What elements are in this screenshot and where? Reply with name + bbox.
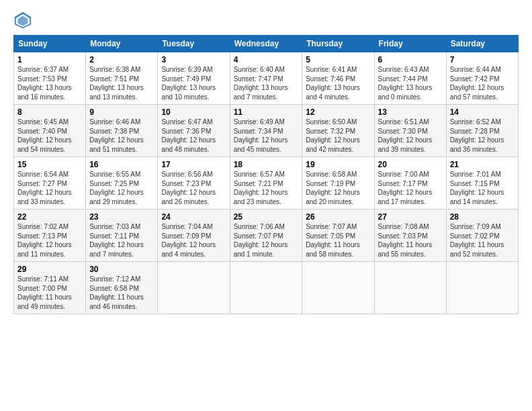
day-info: Sunrise: 6:51 AM Sunset: 7:30 PM Dayligh… [378, 118, 443, 154]
calendar-week-row: 22Sunrise: 7:02 AM Sunset: 7:13 PM Dayli… [14, 210, 519, 262]
calendar-cell: 7Sunrise: 6:44 AM Sunset: 7:42 PM Daylig… [446, 52, 518, 105]
day-info: Sunrise: 6:52 AM Sunset: 7:28 PM Dayligh… [450, 118, 515, 154]
calendar-week-row: 1Sunrise: 6:37 AM Sunset: 7:53 PM Daylig… [14, 52, 519, 105]
calendar-cell [158, 262, 230, 314]
calendar-cell: 12Sunrise: 6:50 AM Sunset: 7:32 PM Dayli… [302, 105, 374, 157]
calendar-cell: 13Sunrise: 6:51 AM Sunset: 7:30 PM Dayli… [374, 105, 446, 157]
day-number: 30 [89, 265, 154, 274]
day-info: Sunrise: 6:58 AM Sunset: 7:19 PM Dayligh… [306, 170, 370, 206]
day-info: Sunrise: 6:38 AM Sunset: 7:51 PM Dayligh… [89, 65, 154, 101]
day-number: 1 [17, 55, 82, 64]
day-number: 29 [17, 265, 82, 274]
day-number: 3 [161, 55, 226, 64]
day-info: Sunrise: 6:40 AM Sunset: 7:47 PM Dayligh… [234, 65, 299, 101]
day-info: Sunrise: 7:04 AM Sunset: 7:09 PM Dayligh… [161, 222, 226, 259]
day-info: Sunrise: 6:41 AM Sunset: 7:46 PM Dayligh… [306, 65, 370, 101]
calendar-cell: 20Sunrise: 7:00 AM Sunset: 7:17 PM Dayli… [374, 157, 446, 210]
day-info: Sunrise: 6:55 AM Sunset: 7:25 PM Dayligh… [89, 170, 154, 206]
day-number: 9 [89, 107, 154, 117]
day-number: 5 [306, 55, 370, 64]
calendar-cell: 19Sunrise: 6:58 AM Sunset: 7:19 PM Dayli… [302, 157, 374, 210]
calendar-header-tuesday: Tuesday [158, 36, 230, 52]
calendar-header-sunday: Sunday [14, 36, 86, 52]
day-info: Sunrise: 6:49 AM Sunset: 7:34 PM Dayligh… [234, 118, 299, 154]
calendar-cell: 24Sunrise: 7:04 AM Sunset: 7:09 PM Dayli… [158, 210, 230, 262]
calendar-cell: 30Sunrise: 7:12 AM Sunset: 6:58 PM Dayli… [86, 262, 158, 314]
calendar-cell: 26Sunrise: 7:07 AM Sunset: 7:05 PM Dayli… [302, 210, 374, 262]
calendar-cell: 23Sunrise: 7:03 AM Sunset: 7:11 PM Dayli… [86, 210, 158, 262]
calendar-cell: 29Sunrise: 7:11 AM Sunset: 7:00 PM Dayli… [14, 262, 86, 314]
day-info: Sunrise: 7:03 AM Sunset: 7:11 PM Dayligh… [89, 222, 154, 259]
calendar-cell: 2Sunrise: 6:38 AM Sunset: 7:51 PM Daylig… [86, 52, 158, 105]
day-info: Sunrise: 6:50 AM Sunset: 7:32 PM Dayligh… [306, 118, 370, 154]
day-info: Sunrise: 6:54 AM Sunset: 7:27 PM Dayligh… [17, 170, 82, 206]
day-number: 24 [161, 212, 226, 222]
calendar-cell: 10Sunrise: 6:47 AM Sunset: 7:36 PM Dayli… [158, 105, 230, 157]
day-number: 14 [450, 107, 515, 117]
logo-icon [13, 11, 32, 30]
day-number: 17 [161, 160, 226, 169]
day-info: Sunrise: 6:47 AM Sunset: 7:36 PM Dayligh… [161, 118, 226, 154]
calendar-cell: 15Sunrise: 6:54 AM Sunset: 7:27 PM Dayli… [14, 157, 86, 210]
day-info: Sunrise: 6:46 AM Sunset: 7:38 PM Dayligh… [89, 118, 154, 154]
day-number: 10 [161, 107, 226, 117]
day-number: 4 [234, 55, 299, 64]
day-info: Sunrise: 6:37 AM Sunset: 7:53 PM Dayligh… [17, 65, 82, 101]
day-info: Sunrise: 6:44 AM Sunset: 7:42 PM Dayligh… [450, 65, 515, 101]
day-info: Sunrise: 6:39 AM Sunset: 7:49 PM Dayligh… [161, 65, 226, 101]
calendar-cell: 6Sunrise: 6:43 AM Sunset: 7:44 PM Daylig… [374, 52, 446, 105]
page: SundayMondayTuesdayWednesdayThursdayFrid… [0, 0, 532, 321]
day-number: 27 [378, 212, 443, 222]
day-number: 2 [89, 55, 154, 64]
calendar-header-saturday: Saturday [446, 36, 518, 52]
day-info: Sunrise: 7:01 AM Sunset: 7:15 PM Dayligh… [450, 170, 515, 206]
calendar-header-monday: Monday [86, 36, 158, 52]
calendar-cell: 25Sunrise: 7:06 AM Sunset: 7:07 PM Dayli… [230, 210, 302, 262]
calendar-week-row: 8Sunrise: 6:45 AM Sunset: 7:40 PM Daylig… [14, 105, 519, 157]
calendar-cell: 8Sunrise: 6:45 AM Sunset: 7:40 PM Daylig… [14, 105, 86, 157]
calendar-cell: 3Sunrise: 6:39 AM Sunset: 7:49 PM Daylig… [158, 52, 230, 105]
calendar-header-row: SundayMondayTuesdayWednesdayThursdayFrid… [14, 36, 519, 52]
calendar-cell [230, 262, 302, 314]
day-number: 23 [89, 212, 154, 222]
calendar-header-friday: Friday [374, 36, 446, 52]
calendar-cell [446, 262, 518, 314]
day-info: Sunrise: 7:02 AM Sunset: 7:13 PM Dayligh… [17, 222, 82, 259]
header [13, 11, 519, 30]
calendar-cell: 17Sunrise: 6:56 AM Sunset: 7:23 PM Dayli… [158, 157, 230, 210]
day-info: Sunrise: 6:57 AM Sunset: 7:21 PM Dayligh… [234, 170, 299, 206]
day-info: Sunrise: 7:08 AM Sunset: 7:03 PM Dayligh… [378, 222, 443, 259]
calendar-cell [302, 262, 374, 314]
day-number: 19 [306, 160, 370, 169]
calendar-cell: 16Sunrise: 6:55 AM Sunset: 7:25 PM Dayli… [86, 157, 158, 210]
calendar-cell: 21Sunrise: 7:01 AM Sunset: 7:15 PM Dayli… [446, 157, 518, 210]
day-number: 26 [306, 212, 370, 222]
calendar-body: 1Sunrise: 6:37 AM Sunset: 7:53 PM Daylig… [14, 52, 519, 314]
day-info: Sunrise: 6:56 AM Sunset: 7:23 PM Dayligh… [161, 170, 226, 206]
calendar-week-row: 29Sunrise: 7:11 AM Sunset: 7:00 PM Dayli… [14, 262, 519, 314]
calendar-cell: 22Sunrise: 7:02 AM Sunset: 7:13 PM Dayli… [14, 210, 86, 262]
day-number: 8 [17, 107, 82, 117]
calendar-cell: 1Sunrise: 6:37 AM Sunset: 7:53 PM Daylig… [14, 52, 86, 105]
calendar-header-thursday: Thursday [302, 36, 374, 52]
calendar-cell: 28Sunrise: 7:09 AM Sunset: 7:02 PM Dayli… [446, 210, 518, 262]
day-number: 28 [450, 212, 515, 222]
day-info: Sunrise: 7:12 AM Sunset: 6:58 PM Dayligh… [89, 275, 154, 311]
calendar-cell [374, 262, 446, 314]
calendar-header-wednesday: Wednesday [230, 36, 302, 52]
calendar-cell: 5Sunrise: 6:41 AM Sunset: 7:46 PM Daylig… [302, 52, 374, 105]
day-number: 20 [378, 160, 443, 169]
day-info: Sunrise: 6:45 AM Sunset: 7:40 PM Dayligh… [17, 118, 82, 154]
day-number: 11 [234, 107, 299, 117]
calendar-cell: 27Sunrise: 7:08 AM Sunset: 7:03 PM Dayli… [374, 210, 446, 262]
day-info: Sunrise: 7:06 AM Sunset: 7:07 PM Dayligh… [234, 222, 299, 259]
logo [13, 11, 35, 30]
calendar-cell: 14Sunrise: 6:52 AM Sunset: 7:28 PM Dayli… [446, 105, 518, 157]
calendar-cell: 4Sunrise: 6:40 AM Sunset: 7:47 PM Daylig… [230, 52, 302, 105]
calendar-week-row: 15Sunrise: 6:54 AM Sunset: 7:27 PM Dayli… [14, 157, 519, 210]
day-number: 21 [450, 160, 515, 169]
calendar-cell: 18Sunrise: 6:57 AM Sunset: 7:21 PM Dayli… [230, 157, 302, 210]
day-info: Sunrise: 7:00 AM Sunset: 7:17 PM Dayligh… [378, 170, 443, 206]
day-number: 18 [234, 160, 299, 169]
day-number: 16 [89, 160, 154, 169]
